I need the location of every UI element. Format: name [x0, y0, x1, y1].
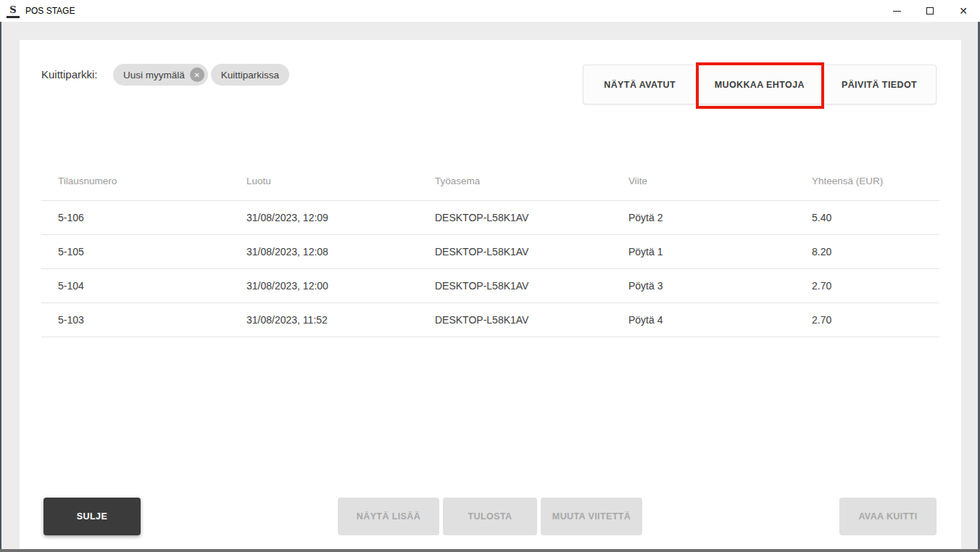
cell-workstation: DESKTOP-L58K1AV [435, 234, 628, 268]
close-window-button[interactable]: ✕ [947, 0, 980, 22]
show-more-button[interactable]: NÄYTÄ LISÄÄ [338, 498, 439, 535]
app-window: S POS STAGE ✕ Kuittiparkki: Uusi myymälä… [0, 0, 980, 552]
cell-created: 31/08/2023, 12:08 [246, 234, 435, 268]
cell-total: 2.70 [812, 268, 939, 302]
window-title: POS STAGE [25, 6, 75, 16]
cell-created: 31/08/2023, 12:09 [246, 200, 435, 234]
cell-total: 5.40 [812, 200, 939, 234]
window-frame-bottom [0, 549, 980, 552]
cell-workstation: DESKTOP-L58K1AV [435, 200, 628, 234]
open-receipt-button[interactable]: AVAA KUITTI [839, 498, 937, 535]
cell-order-number: 5-105 [41, 234, 246, 268]
cell-reference: Pöytä 1 [628, 234, 812, 268]
window-frame-left [0, 22, 1, 552]
cell-workstation: DESKTOP-L58K1AV [435, 268, 628, 302]
refresh-data-button[interactable]: PÄIVITÄ TIEDOT [822, 65, 937, 104]
cell-created: 31/08/2023, 12:00 [246, 268, 435, 302]
app-logo-icon: S [7, 4, 20, 18]
chip-label: Kuittiparkissa [221, 70, 279, 81]
chip-kuittiparkissa[interactable]: Kuittiparkissa [211, 64, 289, 86]
cell-workstation: DESKTOP-L58K1AV [435, 302, 628, 337]
footer-actions: NÄYTÄ LISÄÄ TULOSTA MUUTA VIITETTÄ [338, 498, 642, 535]
close-icon: ✕ [959, 6, 968, 16]
table-row[interactable]: 5-106 31/08/2023, 12:09 DESKTOP-L58K1AV … [41, 200, 939, 234]
cell-reference: Pöytä 3 [628, 268, 812, 302]
cell-order-number: 5-104 [41, 268, 246, 302]
toolbar: NÄYTÄ AVATUT MUOKKAA EHTOJA PÄIVITÄ TIED… [584, 65, 937, 104]
cell-order-number: 5-103 [41, 302, 246, 337]
maximize-button[interactable] [913, 0, 947, 22]
minimize-button[interactable] [880, 0, 913, 22]
minimize-icon [893, 11, 901, 12]
col-created: Luotu [246, 162, 435, 200]
edit-conditions-button[interactable]: MUOKKAA EHTOJA [697, 65, 823, 104]
chip-label: Uusi myymälä [123, 70, 185, 81]
cell-total: 2.70 [812, 302, 939, 337]
col-workstation: Työasema [435, 162, 628, 200]
filter-chips: Uusi myymälä ✕ Kuittiparkissa [113, 64, 289, 86]
window-controls: ✕ [880, 0, 980, 22]
table-body: 5-106 31/08/2023, 12:09 DESKTOP-L58K1AV … [41, 200, 939, 337]
table-row[interactable]: 5-104 31/08/2023, 12:00 DESKTOP-L58K1AV … [41, 268, 939, 302]
edit-conditions-wrap: MUOKKAA EHTOJA [697, 65, 823, 104]
content-card: Kuittiparkki: Uusi myymälä ✕ Kuittiparki… [20, 40, 961, 549]
receipts-table: Tilausnumero Luotu Työasema Viite Yhteen… [41, 162, 939, 337]
table-header: Tilausnumero Luotu Työasema Viite Yhteen… [41, 162, 939, 200]
cell-total: 8.20 [812, 234, 939, 268]
cell-order-number: 5-106 [41, 200, 246, 234]
cell-reference: Pöytä 2 [628, 200, 812, 234]
chip-remove-icon[interactable]: ✕ [190, 67, 204, 82]
col-order-number: Tilausnumero [41, 162, 246, 200]
col-reference: Viite [628, 162, 812, 200]
print-button[interactable]: TULOSTA [443, 498, 537, 535]
change-reference-button[interactable]: MUUTA VIITETTÄ [541, 498, 642, 535]
cell-reference: Pöytä 4 [628, 302, 812, 337]
maximize-icon [926, 7, 934, 15]
filter-label: Kuittiparkki: [41, 68, 98, 81]
table-row[interactable]: 5-103 31/08/2023, 11:52 DESKTOP-L58K1AV … [41, 302, 939, 337]
titlebar: S POS STAGE ✕ [0, 0, 980, 22]
cell-created: 31/08/2023, 11:52 [246, 302, 435, 337]
table-row[interactable]: 5-105 31/08/2023, 12:08 DESKTOP-L58K1AV … [41, 234, 939, 268]
close-button[interactable]: SULJE [43, 498, 141, 535]
show-open-button[interactable]: NÄYTÄ AVATUT [583, 65, 697, 104]
chip-uusi-myymala[interactable]: Uusi myymälä ✕ [113, 64, 208, 86]
col-total: Yhteensä (EUR) [812, 162, 939, 200]
